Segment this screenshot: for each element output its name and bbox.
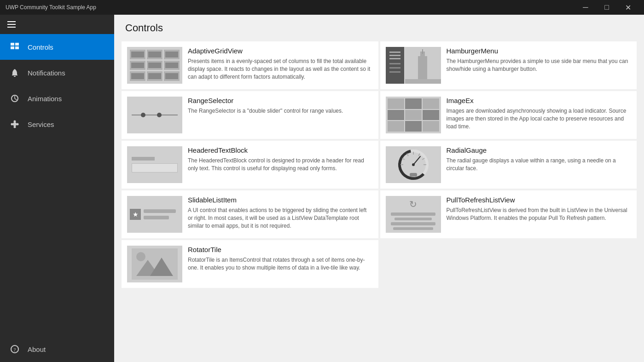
svg-point-40 <box>136 252 145 261</box>
card-info-range: RangeSelector The RangeSelector is a "do… <box>188 97 373 115</box>
sidebar: Controls Notifications Animations <box>0 15 114 362</box>
title-bar: UWP Community Toolkit Sample App ─ □ ✕ <box>0 0 644 15</box>
card-name-adaptive: AdaptiveGridView <box>188 47 373 55</box>
card-desc-pullrefresh: PullToRefreshListView is derived from th… <box>447 207 632 222</box>
sidebar-item-services[interactable]: Services <box>0 111 114 137</box>
card-name-slidable: SlidableListItem <box>188 196 373 204</box>
card-name-range: RangeSelector <box>188 97 373 104</box>
card-info-radial: RadialGauge The radial gauge displays a … <box>447 146 632 172</box>
card-pull-to-refresh[interactable]: ↻ PullToRefreshListView PullToRefreshLis… <box>380 190 637 238</box>
card-range-selector[interactable]: RangeSelector The RangeSelector is a "do… <box>122 91 378 139</box>
svg-rect-21 <box>418 56 427 79</box>
about-icon: ? <box>9 344 20 355</box>
card-rotator-tile[interactable]: RotatorTile RotatorTile is an ItemsContr… <box>122 240 378 288</box>
thumbnail-adaptive <box>127 47 182 84</box>
refresh-icon: ↻ <box>409 199 417 210</box>
controls-icon <box>9 41 20 52</box>
sidebar-item-notifications[interactable]: Notifications <box>0 60 114 86</box>
card-desc-radial: The radial gauge displays a value within… <box>447 157 632 172</box>
app-body: Controls Notifications Animations <box>0 15 644 362</box>
svg-rect-0 <box>11 43 14 46</box>
svg-rect-24 <box>405 79 441 84</box>
thumbnail-rotator <box>127 246 182 282</box>
controls-grid: AdaptiveGridView Presents items in a eve… <box>122 41 637 288</box>
card-desc-rotator: RotatorTile is an ItemsControl that rota… <box>188 256 373 272</box>
svg-line-34 <box>413 156 420 165</box>
services-icon <box>9 119 20 130</box>
card-adaptive-grid-view[interactable]: AdaptiveGridView Presents items in a eve… <box>122 41 378 89</box>
thumbnail-headered <box>127 146 182 183</box>
card-info-rotator: RotatorTile RotatorTile is an ItemsContr… <box>188 246 373 272</box>
card-info-imageex: ImageEx Images are downloaded asynchrono… <box>447 97 632 130</box>
svg-line-31 <box>418 154 420 156</box>
sidebar-item-services-label: Services <box>28 121 54 128</box>
window-controls: ─ □ ✕ <box>575 0 638 15</box>
svg-point-35 <box>412 163 415 166</box>
card-info-slidable: SlidableListItem A UI control that enabl… <box>188 196 373 230</box>
svg-rect-36 <box>410 173 417 177</box>
svg-rect-23 <box>422 49 423 54</box>
sidebar-item-about[interactable]: ? About <box>0 336 114 362</box>
maximize-button[interactable]: □ <box>596 0 617 15</box>
close-button[interactable]: ✕ <box>617 0 638 15</box>
card-name-hamburger: HamburgerMenu <box>447 47 632 55</box>
animations-icon <box>9 93 20 104</box>
sidebar-item-about-label: About <box>28 345 46 353</box>
svg-point-10 <box>14 126 16 128</box>
minimize-button[interactable]: ─ <box>575 0 596 15</box>
thumbnail-pullrefresh: ↻ <box>386 196 441 233</box>
svg-line-28 <box>402 158 404 160</box>
thumbnail-radial <box>386 146 441 183</box>
svg-rect-19 <box>389 71 400 73</box>
svg-rect-15 <box>389 55 400 56</box>
card-name-imageex: ImageEx <box>447 97 632 104</box>
thumbnail-range <box>127 97 182 133</box>
svg-point-6 <box>13 122 17 126</box>
sidebar-item-animations[interactable]: Animations <box>0 86 114 111</box>
svg-text:?: ? <box>14 347 16 352</box>
svg-rect-1 <box>15 43 19 46</box>
card-name-pullrefresh: PullToRefreshListView <box>447 196 632 204</box>
sidebar-item-animations-label: Animations <box>28 95 62 103</box>
card-name-radial: RadialGauge <box>447 146 632 154</box>
sidebar-item-controls-label: Controls <box>28 43 53 51</box>
svg-rect-18 <box>389 67 400 69</box>
svg-rect-17 <box>389 63 400 64</box>
content-scroll[interactable]: AdaptiveGridView Presents items in a eve… <box>114 38 644 362</box>
svg-point-7 <box>11 123 13 126</box>
card-desc-adaptive: Presents items in a evenly-spaced set of… <box>188 57 373 80</box>
svg-rect-3 <box>15 46 19 49</box>
app-title: UWP Community Toolkit Sample App <box>6 4 96 11</box>
svg-line-29 <box>407 154 408 156</box>
card-info-headered: HeaderedTextBlock The HeaderedTextBlock … <box>188 146 373 172</box>
svg-rect-16 <box>389 58 400 59</box>
card-desc-range: The RangeSelector is a "double slider" c… <box>188 107 373 115</box>
card-info-hamburger: HamburgerMenu The HamburgerMenu provides… <box>447 47 632 73</box>
card-name-headered: HeaderedTextBlock <box>188 146 373 154</box>
card-desc-slidable: A UI control that enables actions to be … <box>188 207 373 230</box>
hamburger-icon <box>7 21 16 28</box>
hamburger-button[interactable] <box>0 15 114 34</box>
card-slidable-list-item[interactable]: ★ SlidableListItem A UI control that ena… <box>122 190 378 238</box>
content-header: Controls <box>114 15 644 38</box>
card-desc-headered: The HeaderedTextBlock control is designe… <box>188 157 373 172</box>
content-area: Controls <box>114 15 644 362</box>
card-radial-gauge[interactable]: RadialGauge The radial gauge displays a … <box>380 141 637 189</box>
card-name-rotator: RotatorTile <box>188 246 373 253</box>
svg-rect-4 <box>14 76 16 77</box>
svg-point-8 <box>17 123 19 126</box>
sidebar-item-controls[interactable]: Controls <box>0 34 114 60</box>
thumbnail-imageex <box>386 97 441 133</box>
card-hamburger-menu[interactable]: HamburgerMenu The HamburgerMenu provides… <box>380 41 637 89</box>
card-info-pullrefresh: PullToRefreshListView PullToRefreshListV… <box>447 196 632 222</box>
svg-rect-14 <box>389 52 400 53</box>
card-info-adaptive: AdaptiveGridView Presents items in a eve… <box>188 47 373 80</box>
page-title: Controls <box>125 22 633 34</box>
thumbnail-hamburger <box>386 47 441 84</box>
card-headered-text-block[interactable]: HeaderedTextBlock The HeaderedTextBlock … <box>122 141 378 189</box>
svg-point-9 <box>14 121 16 123</box>
thumbnail-slidable: ★ <box>127 196 182 233</box>
nav-spacer <box>0 137 114 336</box>
star-icon: ★ <box>130 209 141 220</box>
card-image-ex[interactable]: ImageEx Images are downloaded asynchrono… <box>380 91 637 139</box>
